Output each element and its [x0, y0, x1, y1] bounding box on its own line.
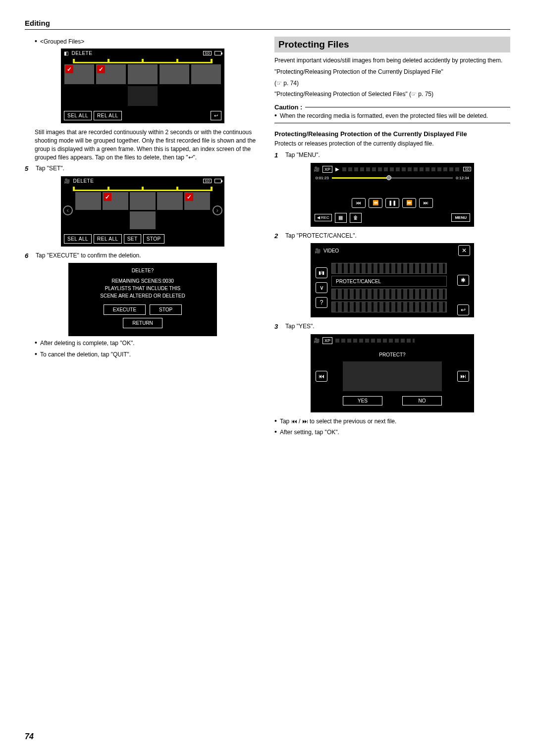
bullet-dot-icon: •: [35, 38, 37, 46]
thumbnail[interactable]: ✓: [184, 192, 210, 210]
step-text: Tap "YES".: [285, 322, 315, 331]
step-5: 5 Tap "SET".: [25, 164, 261, 173]
two-column-layout: • <Grouped Files> ◧ DELETE SD: [25, 37, 510, 439]
sel-all-button[interactable]: SEL ALL: [64, 111, 92, 120]
prev-file-button[interactable]: ⏮: [316, 371, 327, 382]
next-file-button[interactable]: ⏭: [457, 371, 469, 382]
next-file-button[interactable]: ⏭: [419, 198, 433, 208]
return-button[interactable]: RETURN: [123, 318, 162, 328]
xref-2: "Protecting/Releasing Protection of Sele…: [274, 90, 510, 99]
delete-title: DELETE: [73, 178, 94, 184]
no-button[interactable]: NO: [402, 396, 442, 405]
dialog-line: REMAINING SCENES:0030: [73, 277, 212, 285]
close-button[interactable]: ✕: [458, 245, 470, 256]
thumbnail[interactable]: ✓: [64, 64, 94, 84]
help-button[interactable]: ?: [316, 297, 327, 308]
thumbnail[interactable]: [160, 64, 189, 84]
step-number: 1: [274, 151, 285, 160]
prev-next-bullet: • Tap ⏮ / ⏭ to select the previous or ne…: [274, 417, 510, 425]
step-text: Tap "PROTECT/CANCEL".: [285, 232, 357, 241]
subheading: Protecting/Releasing Protection of the C…: [274, 130, 510, 138]
play-icon: ▶: [335, 166, 339, 172]
step-6: 6 Tap "EXECUTE" to confirm the deletion.: [25, 252, 261, 260]
prev-file-button[interactable]: ⏮: [352, 198, 366, 208]
dialog-line: SCENE ARE ALTERED OR DELETED: [73, 292, 212, 300]
preview-box: [343, 361, 442, 391]
rel-all-button[interactable]: REL ALL: [94, 234, 122, 244]
redacted-text: [342, 167, 460, 171]
delete-title: DELETE: [72, 50, 93, 56]
prev-page-button[interactable]: ‹: [63, 205, 73, 215]
bullet-text: Tap ⏮ / ⏭ to select the previous or next…: [280, 417, 396, 425]
menu-button[interactable]: MENU: [451, 213, 470, 222]
back-button[interactable]: ↩: [211, 111, 222, 120]
step-text: Tap "EXECUTE" to confirm the deletion.: [36, 252, 141, 260]
pause-button[interactable]: ❚❚: [385, 198, 399, 208]
grouped-files-note: Still images that are recorded continuou…: [35, 128, 261, 161]
set-button[interactable]: SET: [124, 234, 141, 244]
xp-badge: XP: [322, 166, 332, 173]
stop-button[interactable]: STOP: [150, 304, 182, 315]
caution-heading: Caution :: [274, 103, 510, 111]
step-3: 3 Tap "YES".: [274, 322, 510, 331]
step-number: 5: [25, 164, 36, 173]
dialog-line: PLAYLISTS THAT INCLUDE THIS: [73, 285, 212, 292]
cancel-quit-bullet: • To cancel the deletion, tap "QUIT".: [35, 351, 261, 358]
xref-1-page: (☞ p. 74): [274, 79, 510, 88]
execute-button[interactable]: EXECUTE: [104, 304, 146, 315]
sd-icon: SD: [463, 167, 471, 171]
thumbnail[interactable]: ✓: [96, 64, 126, 84]
delete-button[interactable]: 🗑: [350, 213, 362, 223]
menu-item[interactable]: [331, 302, 447, 312]
menu-item[interactable]: [331, 289, 447, 300]
thumbnail[interactable]: ✓: [103, 192, 128, 210]
check-icon: ✓: [97, 65, 105, 73]
step-text: Tap "MENU".: [285, 151, 320, 160]
progress-bar[interactable]: [332, 177, 453, 179]
video-mode-icon: 🎥: [314, 166, 320, 172]
menu-item[interactable]: [331, 263, 447, 274]
sd-icon: SD: [203, 51, 212, 55]
protect-cancel-item[interactable]: PROTECT/CANCEL: [331, 276, 447, 287]
next-page-button[interactable]: ›: [213, 205, 222, 215]
check-icon: ✓: [65, 65, 73, 73]
bullet-text: When the recording media is formatted, e…: [280, 112, 488, 120]
mode-toggle-button[interactable]: ▮/▮: [316, 267, 327, 278]
page-number: 74: [25, 732, 34, 741]
delete-screen-2: 🎥 DELETE SD ‹ ✓: [25, 176, 261, 247]
video-mode-icon: 🎥: [64, 178, 70, 184]
subheading-desc: Protects or releases protection of the c…: [274, 140, 510, 148]
rec-button[interactable]: ◀REC: [315, 214, 332, 221]
forward-button[interactable]: ⏩: [402, 198, 416, 208]
bullet-dot-icon: •: [35, 351, 37, 358]
menu-screen: 🎥 VIDEO ✕ ▮/▮ ∨ ? PROTECT/CANC: [274, 243, 510, 317]
rewind-button[interactable]: ⏪: [369, 198, 382, 208]
time-elapsed: 0:01:23: [316, 176, 329, 180]
bullet-dot-icon: •: [274, 112, 277, 120]
thumbnail[interactable]: [75, 192, 101, 210]
time-total: 0:12:34: [456, 176, 469, 180]
camera-icon: ◧: [64, 50, 69, 56]
thumbnail[interactable]: [130, 211, 156, 229]
protect-confirm-screen: 🎥 XP PROTECT? ⏮ ⏭ YES NO: [274, 334, 510, 412]
down-button[interactable]: ∨: [316, 282, 327, 293]
sel-all-button[interactable]: SEL ALL: [64, 234, 92, 244]
thumbnail[interactable]: [130, 192, 156, 210]
back-button[interactable]: ↩: [457, 304, 469, 315]
battery-icon: [214, 179, 221, 183]
stop-button[interactable]: STOP: [143, 234, 164, 244]
video-mode-icon: 🎥: [315, 248, 321, 253]
thumbnail[interactable]: [128, 64, 158, 84]
yes-button[interactable]: YES: [343, 396, 382, 405]
rel-all-button[interactable]: REL ALL: [94, 111, 122, 120]
index-button[interactable]: ▦: [335, 213, 347, 223]
thumbnail[interactable]: [157, 192, 183, 210]
caution-bullet: • When the recording media is formatted,…: [274, 112, 510, 120]
progress-knob[interactable]: [386, 175, 391, 180]
delete-screen-1: ◧ DELETE SD ✓ ✓: [25, 49, 261, 123]
intro-text: Prevent important videos/still images fr…: [274, 56, 510, 65]
thumbnail[interactable]: [191, 64, 221, 84]
section-header: Editing: [25, 19, 510, 30]
battery-icon: [214, 51, 221, 55]
settings-button[interactable]: ✱: [457, 275, 469, 286]
